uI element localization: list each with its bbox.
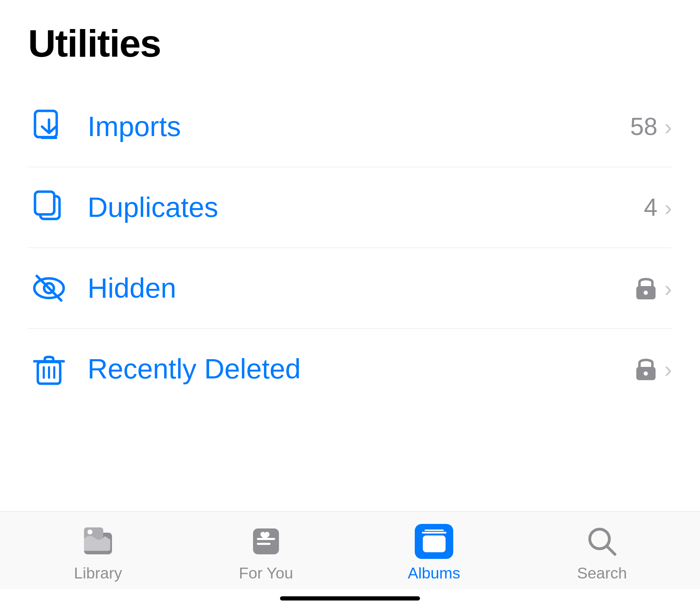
library-tab-label: Library <box>74 564 122 582</box>
albums-tab-icon <box>415 524 453 559</box>
hidden-right: › <box>635 275 672 302</box>
svg-rect-0 <box>35 111 57 137</box>
recently-deleted-lock-icon <box>635 355 657 383</box>
duplicates-label: Duplicates <box>88 191 644 223</box>
tab-bar: Library For You Albums <box>0 511 700 589</box>
imports-item[interactable]: Imports 58 › <box>28 86 672 167</box>
svg-rect-4 <box>35 192 54 214</box>
duplicates-item[interactable]: Duplicates 4 › <box>28 167 672 248</box>
home-bar <box>280 596 420 601</box>
imports-icon <box>28 106 70 148</box>
hidden-label: Hidden <box>88 272 635 304</box>
hidden-lock-icon <box>635 275 657 302</box>
duplicates-right: 4 › <box>644 193 672 221</box>
recently-deleted-icon <box>28 348 70 390</box>
page-title: Utilities <box>28 21 672 65</box>
hidden-item[interactable]: Hidden › <box>28 248 672 329</box>
recently-deleted-item[interactable]: Recently Deleted › <box>28 329 672 409</box>
utilities-list: Imports 58 › Duplicates 4 › <box>28 86 672 409</box>
imports-count: 58 <box>630 113 657 141</box>
home-indicator <box>0 589 700 611</box>
svg-rect-23 <box>423 535 446 552</box>
imports-label: Imports <box>88 111 630 143</box>
recently-deleted-label: Recently Deleted <box>88 353 635 385</box>
tab-search[interactable]: Search <box>567 524 637 582</box>
tab-albums[interactable]: Albums <box>399 524 469 582</box>
svg-line-27 <box>607 546 615 554</box>
imports-right: 58 › <box>630 113 672 141</box>
hidden-chevron: › <box>664 277 672 300</box>
tab-for-you[interactable]: For You <box>231 524 301 582</box>
svg-point-16 <box>644 371 648 376</box>
library-tab-icon <box>79 524 117 559</box>
duplicates-chevron: › <box>664 196 672 219</box>
recently-deleted-chevron: › <box>664 358 672 381</box>
search-tab-icon <box>583 524 621 559</box>
imports-chevron: › <box>664 115 672 138</box>
duplicates-count: 4 <box>644 193 657 221</box>
albums-tab-label: Albums <box>408 564 460 582</box>
for-you-tab-label: For You <box>239 564 293 582</box>
search-tab-label: Search <box>577 564 627 582</box>
svg-point-19 <box>88 530 92 534</box>
tab-library[interactable]: Library <box>63 524 133 582</box>
hidden-icon <box>28 267 70 309</box>
duplicates-icon <box>28 186 70 228</box>
svg-point-9 <box>644 291 648 295</box>
main-content: Utilities Imports 58 › <box>0 0 700 511</box>
recently-deleted-right: › <box>635 355 672 383</box>
for-you-tab-icon <box>247 524 285 559</box>
